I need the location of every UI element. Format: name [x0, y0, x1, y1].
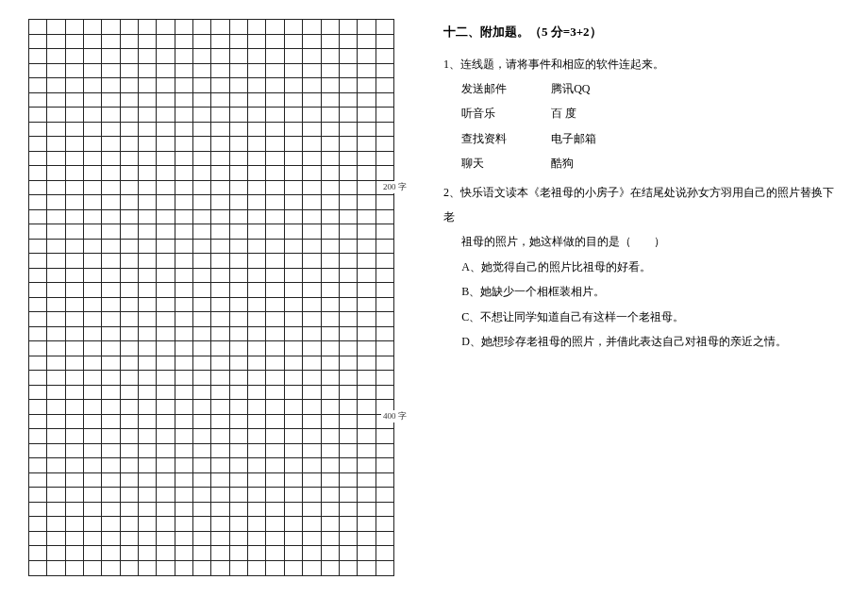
grid-cell: [102, 254, 120, 268]
grid-cell: [285, 400, 303, 414]
grid-cell: [47, 327, 65, 341]
grid-cell: [193, 123, 211, 137]
q2-option-c: C、不想让同学知道自己有这样一个老祖母。: [443, 305, 840, 329]
grid-cell: [285, 371, 303, 385]
grid-cell: [175, 503, 193, 517]
grid-cell: [266, 254, 284, 268]
grid-cell: [230, 356, 248, 371]
grid-row: [29, 123, 393, 138]
grid-row: [29, 546, 393, 561]
q1-pair-0-right: 腾讯QQ: [551, 76, 590, 101]
grid-cell: [84, 35, 102, 49]
grid-cell: [47, 298, 65, 312]
grid-cell: [211, 341, 229, 356]
grid-cell: [230, 503, 248, 517]
grid-cell: [121, 341, 139, 356]
grid-cell: [157, 561, 175, 576]
grid-cell: [47, 195, 65, 209]
grid-cell: [121, 327, 139, 341]
grid-cell: [121, 166, 139, 180]
grid-cell: [322, 254, 340, 268]
grid-cell: [157, 224, 175, 239]
grid-cell: [266, 386, 284, 400]
grid-cell: [47, 166, 65, 180]
grid-cell: [102, 444, 120, 458]
grid-cell: [211, 356, 229, 371]
grid-cell: [66, 93, 84, 108]
grid-cell: [175, 152, 193, 166]
grid-cell: [121, 473, 139, 488]
grid-cell: [248, 240, 266, 254]
grid-cell: [303, 108, 321, 122]
grid-cell: [322, 532, 340, 546]
grid-cell: [376, 78, 393, 92]
grid-cell: [376, 532, 393, 546]
grid-cell: [340, 20, 358, 34]
grid-cell: [211, 429, 229, 443]
grid-cell: [266, 415, 284, 429]
grid-cell: [211, 64, 229, 78]
grid-cell: [358, 210, 376, 224]
grid-cell: [376, 517, 393, 531]
grid-cell: [266, 195, 284, 209]
grid-cell: [139, 415, 157, 429]
grid-cell: [358, 49, 376, 63]
grid-cell: [66, 458, 84, 472]
grid-cell: [303, 254, 321, 268]
grid-cell: [139, 224, 157, 239]
grid-cell: [175, 371, 193, 385]
grid-cell: [248, 166, 266, 180]
grid-row: [29, 49, 393, 64]
grid-cell: [266, 224, 284, 239]
grid-cell: [340, 356, 358, 371]
grid-cell: [84, 341, 102, 356]
grid-cell: [248, 473, 266, 488]
grid-cell: [285, 20, 303, 34]
grid-cell: [285, 386, 303, 400]
grid-row: [29, 488, 393, 503]
grid-cell: [84, 458, 102, 472]
grid-cell: [157, 488, 175, 502]
grid-cell: [121, 312, 139, 326]
grid-cell: [157, 341, 175, 356]
grid-cell: [84, 137, 102, 151]
grid-cell: [248, 269, 266, 283]
grid-cell: [29, 64, 47, 78]
grid-cell: [139, 298, 157, 312]
grid-cell: [322, 240, 340, 254]
grid-cell: [266, 64, 284, 78]
grid-cell: [358, 488, 376, 502]
grid-cell: [84, 503, 102, 517]
grid-cell: [121, 371, 139, 385]
grid-cell: [285, 240, 303, 254]
grid-cell: [358, 386, 376, 400]
grid-cell: [102, 78, 120, 92]
grid-cell: [193, 78, 211, 92]
grid-cell: [175, 195, 193, 209]
grid-cell: [102, 488, 120, 502]
grid-cell: [340, 166, 358, 180]
grid-cell: [376, 152, 393, 166]
grid-cell: [376, 123, 393, 137]
grid-cell: [266, 327, 284, 341]
grid-cell: [358, 283, 376, 297]
grid-cell: [193, 269, 211, 283]
grid-cell: [84, 546, 102, 560]
grid-cell: [230, 532, 248, 546]
grid-cell: [230, 108, 248, 122]
grid-cell: [376, 371, 393, 385]
grid-cell: [47, 240, 65, 254]
grid-cell: [84, 93, 102, 108]
grid-cell: [248, 35, 266, 49]
grid-cell: [376, 20, 393, 34]
grid-cell: [84, 269, 102, 283]
q2-option-a: A、她觉得自己的照片比祖母的好看。: [443, 255, 840, 279]
grid-cell: [230, 458, 248, 472]
grid-cell: [102, 64, 120, 78]
grid-cell: [266, 473, 284, 488]
grid-cell: [340, 488, 358, 502]
grid-cell: [102, 386, 120, 400]
grid-cell: [139, 269, 157, 283]
grid-cell: [285, 327, 303, 341]
grid-cell: [121, 240, 139, 254]
